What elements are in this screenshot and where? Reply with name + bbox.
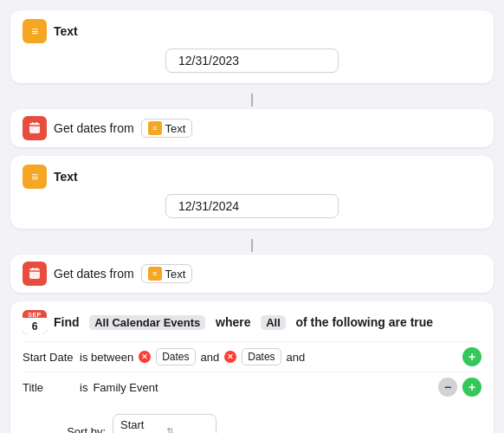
dates-remove-2[interactable]: ✕ (224, 351, 236, 363)
svg-rect-7 (36, 268, 38, 270)
title-value: Family Event (93, 381, 158, 394)
calendar-icon: SEP 6 (23, 310, 47, 334)
startdate-field: Start Date (23, 351, 74, 364)
get-dates-label-1: Get dates from (54, 121, 134, 135)
sort-section: Sort by: Start Date ⇅ Order: Oldest Firs… (10, 410, 494, 433)
text-card-1: ≡ Text 12/31/2023 (10, 10, 494, 83)
text-card-2: ≡ Text 12/31/2024 (10, 156, 494, 229)
add-condition-btn[interactable]: + (462, 347, 481, 366)
get-dates-label-2: Get dates from (54, 267, 134, 281)
find-header: SEP 6 Find All Calendar Events where All… (10, 301, 494, 341)
find-rows: Start Date is between ✕ Dates and ✕ Date… (10, 341, 494, 410)
find-card: SEP 6 Find All Calendar Events where All… (10, 301, 494, 433)
text-label-1: Text (54, 24, 78, 38)
svg-rect-6 (32, 268, 34, 270)
and-1: and (201, 351, 220, 364)
title-field: Title (23, 381, 74, 394)
find-keyword: Find (54, 315, 80, 329)
dates-tag-2-label: Dates (248, 351, 275, 363)
dates-tag-2: Dates (242, 348, 281, 365)
dates-remove-1[interactable]: ✕ (139, 351, 151, 363)
text-value-1: 12/31/2023 (165, 48, 339, 73)
text-icon-1: ≡ (23, 19, 47, 43)
sort-by-value: Start Date (120, 418, 163, 433)
text-tag-icon-2: ≡ (148, 267, 162, 281)
get-dates-icon-2 (23, 262, 47, 286)
sort-by-label: Sort by: (62, 425, 106, 434)
find-where: where (216, 315, 250, 329)
find-all[interactable]: All (261, 315, 286, 330)
remove-title-row-btn[interactable]: − (438, 378, 457, 397)
title-op: is (80, 381, 87, 394)
text-tag-2: ≡ Text (141, 264, 193, 283)
text-icon-2: ≡ (23, 165, 47, 189)
find-row-title: Title is Family Event − + (23, 372, 481, 402)
dates-tag-1: Dates (156, 348, 195, 365)
text-tag-1: ≡ Text (141, 119, 193, 138)
svg-rect-3 (36, 122, 38, 125)
text-tag-label-1: Text (165, 122, 186, 135)
svg-rect-4 (29, 268, 40, 279)
cal-day: 6 (23, 318, 47, 334)
connector-1: | (10, 92, 494, 107)
cal-month: SEP (23, 310, 47, 318)
connector-2: | (10, 237, 494, 253)
sort-by-row: Sort by: Start Date ⇅ (62, 414, 442, 433)
and-2: and (287, 351, 306, 364)
get-dates-card-1: Get dates from ≡ Text (10, 109, 494, 147)
text-value-2: 12/31/2024 (165, 194, 339, 218)
find-source[interactable]: All Calendar Events (89, 315, 205, 330)
startdate-op: is between (80, 351, 133, 364)
sort-by-arrow: ⇅ (166, 426, 209, 434)
dates-tag-1-label: Dates (162, 351, 189, 363)
get-dates-icon-1 (23, 116, 47, 140)
text-label-2: Text (54, 170, 78, 184)
sort-by-select[interactable]: Start Date ⇅ (113, 414, 216, 433)
find-condition: of the following are true (295, 315, 433, 329)
svg-rect-2 (32, 122, 34, 125)
get-dates-card-2: Get dates from ≡ Text (10, 255, 494, 293)
text-tag-icon-1: ≡ (148, 121, 162, 135)
find-title: Find All Calendar Events where All of th… (54, 315, 433, 330)
find-row-startdate: Start Date is between ✕ Dates and ✕ Date… (23, 341, 481, 372)
svg-rect-0 (29, 123, 40, 133)
text-tag-label-2: Text (165, 268, 186, 281)
add-title-row-btn[interactable]: + (462, 378, 481, 397)
